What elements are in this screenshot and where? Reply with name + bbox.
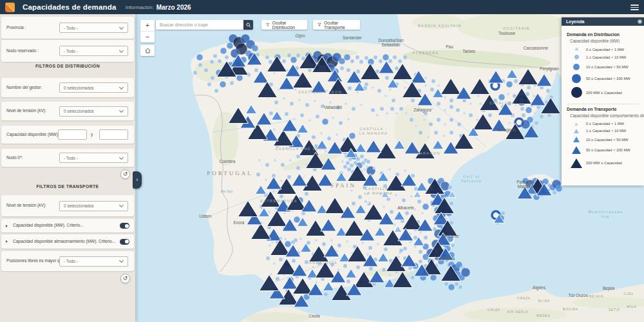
map-marker-circle[interactable] xyxy=(265,178,267,181)
map-marker-circle[interactable] xyxy=(404,86,406,89)
zoom-out-button[interactable]: − xyxy=(140,31,155,43)
map-marker-circle[interactable] xyxy=(282,59,286,63)
map-marker-circle[interactable] xyxy=(279,194,283,198)
map-marker-circle[interactable] xyxy=(269,111,273,115)
map-marker-circle[interactable] xyxy=(514,79,518,83)
map-marker-circle[interactable] xyxy=(395,66,399,70)
legend-dock-icon[interactable] xyxy=(638,19,642,24)
map-marker-circle[interactable] xyxy=(430,88,434,91)
map-marker-circle[interactable] xyxy=(469,113,473,117)
map-marker-circle[interactable] xyxy=(347,118,350,120)
map-marker-circle[interactable] xyxy=(540,115,544,118)
map-marker-circle[interactable] xyxy=(346,161,350,165)
map-marker-circle[interactable] xyxy=(457,122,461,126)
map-marker-circle[interactable] xyxy=(404,169,406,172)
map-marker-circle[interactable] xyxy=(343,264,347,268)
map-marker-circle[interactable] xyxy=(390,210,393,214)
map-marker-circle[interactable] xyxy=(256,173,260,176)
map-marker-circle[interactable] xyxy=(337,243,341,247)
map-marker-circle[interactable] xyxy=(312,135,316,139)
legend-header[interactable]: Leyenda xyxy=(562,17,644,26)
map-marker-circle[interactable] xyxy=(320,132,323,135)
provincia-select[interactable]: - Todo - xyxy=(59,23,128,33)
map-marker-circle[interactable] xyxy=(290,102,294,106)
map-marker-circle[interactable] xyxy=(389,88,392,91)
map-marker-circle[interactable] xyxy=(361,161,365,165)
map-marker-circle[interactable] xyxy=(377,243,379,245)
map-marker-circle[interactable] xyxy=(423,118,426,121)
map-marker-circle[interactable] xyxy=(345,102,347,105)
map-marker-circle[interactable] xyxy=(270,273,272,276)
map-marker-circle[interactable] xyxy=(287,53,291,57)
map-marker-circle[interactable] xyxy=(284,238,287,240)
reset-distribution-button[interactable]: ↺ xyxy=(120,169,130,179)
map-marker-circle[interactable] xyxy=(300,113,304,117)
map-marker-circle[interactable] xyxy=(450,131,453,135)
map-marker-circle[interactable] xyxy=(402,198,406,202)
map-marker-circle[interactable] xyxy=(410,195,413,198)
map-marker-circle[interactable] xyxy=(315,239,317,242)
map-marker-circle[interactable] xyxy=(305,192,308,196)
home-button[interactable] xyxy=(140,45,155,56)
map-marker-circle[interactable] xyxy=(359,60,363,64)
map-marker-circle[interactable] xyxy=(285,241,291,247)
map-marker-circle[interactable] xyxy=(450,118,453,122)
map-marker-circle[interactable] xyxy=(207,82,211,86)
map-marker-circle[interactable] xyxy=(451,243,455,247)
map-marker-circle[interactable] xyxy=(501,211,505,215)
map-marker-circle[interactable] xyxy=(434,131,438,135)
map-marker-circle[interactable] xyxy=(363,168,366,171)
map-marker-circle[interactable] xyxy=(352,202,355,205)
map-marker-circle[interactable] xyxy=(479,102,482,105)
map-marker-circle[interactable] xyxy=(211,76,214,80)
map-marker-circle[interactable] xyxy=(356,70,360,73)
map-marker-circle[interactable] xyxy=(417,200,421,204)
map-marker-circle[interactable] xyxy=(294,238,298,242)
map-marker-circle[interactable] xyxy=(415,125,417,128)
map-marker-circle[interactable] xyxy=(318,297,321,299)
map-marker-circle[interactable] xyxy=(395,112,398,115)
map-marker-circle[interactable] xyxy=(409,241,412,243)
map-marker-circle[interactable] xyxy=(269,244,271,247)
sidebar-collapse-handle[interactable]: ‹ xyxy=(133,171,142,189)
map-marker-circle[interactable] xyxy=(369,267,373,270)
map-marker-circle[interactable] xyxy=(450,99,453,102)
map-marker-circle[interactable] xyxy=(329,101,332,104)
map-marker-circle[interactable] xyxy=(444,282,448,286)
map-marker-circle[interactable] xyxy=(419,131,422,135)
map-marker-circle[interactable] xyxy=(265,163,269,167)
map-marker-circle[interactable] xyxy=(430,274,437,281)
map-marker-circle[interactable] xyxy=(424,236,428,240)
map-marker-circle[interactable] xyxy=(553,191,556,194)
map-marker-circle[interactable] xyxy=(429,122,433,126)
map-marker-circle[interactable] xyxy=(508,122,511,124)
map-marker-circle[interactable] xyxy=(388,59,392,63)
map-marker-circle[interactable] xyxy=(377,89,381,93)
map-marker-circle[interactable] xyxy=(380,107,384,111)
map-marker-circle[interactable] xyxy=(220,81,226,88)
nudo0-select[interactable]: - Todo - xyxy=(59,153,128,163)
map-marker-circle[interactable] xyxy=(283,97,285,100)
map-marker-circle[interactable] xyxy=(477,95,480,97)
map-marker-circle[interactable] xyxy=(488,113,492,117)
map-marker-circle[interactable] xyxy=(292,259,296,263)
map-marker-circle[interactable] xyxy=(444,96,446,99)
map-marker-circle[interactable] xyxy=(273,128,276,131)
menu-icon[interactable] xyxy=(630,3,639,10)
map-marker-circle[interactable] xyxy=(352,107,355,111)
map-marker-circle[interactable] xyxy=(384,95,387,97)
map-marker-circle[interactable] xyxy=(254,68,258,72)
map-marker-circle[interactable] xyxy=(506,81,513,88)
map-marker-circle[interactable] xyxy=(314,100,316,102)
map-marker-circle[interactable] xyxy=(444,109,446,111)
map-marker-circle[interactable] xyxy=(252,45,258,52)
map-marker-circle[interactable] xyxy=(521,120,530,129)
map-marker-circle[interactable] xyxy=(507,93,509,95)
almacenamiento-criterio-toggle[interactable] xyxy=(120,239,129,245)
map-marker-circle[interactable] xyxy=(341,160,344,163)
map-marker-circle[interactable] xyxy=(424,77,427,79)
map-marker-circle[interactable] xyxy=(424,84,427,87)
map-marker-circle[interactable] xyxy=(265,55,269,59)
map-marker-circle[interactable] xyxy=(456,108,460,112)
nudo-reservado-select[interactable]: - Todo - xyxy=(59,46,128,56)
